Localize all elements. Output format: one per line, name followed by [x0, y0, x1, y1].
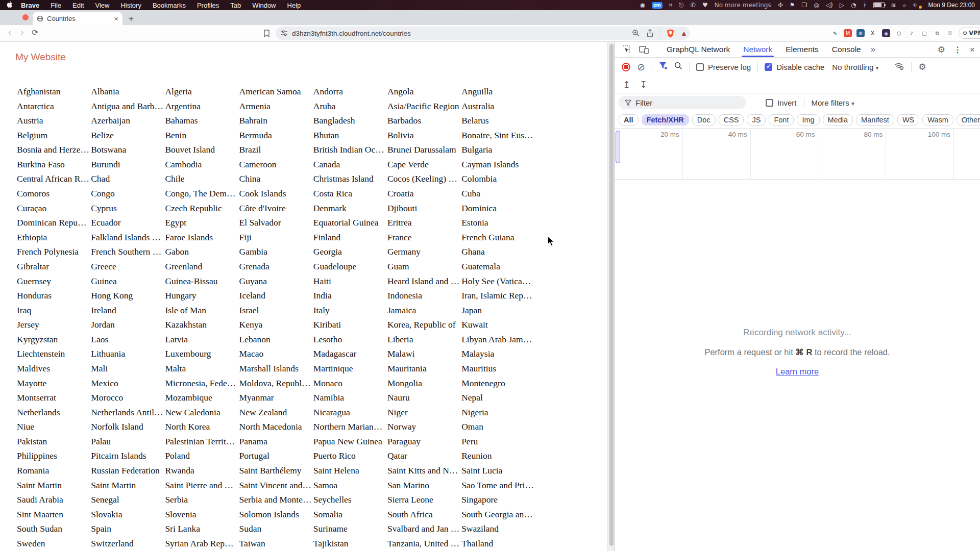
- devtools-settings-gear-icon[interactable]: ⚙: [938, 44, 945, 55]
- key-extension-icon[interactable]: ⚿: [946, 29, 954, 37]
- inspect-element-icon[interactable]: [622, 45, 631, 54]
- devtools-tab-network[interactable]: Network: [737, 42, 779, 57]
- page-scrollbar[interactable]: [609, 44, 614, 546]
- play-status-icon[interactable]: ▷: [840, 0, 844, 10]
- chip-js[interactable]: JS: [747, 114, 766, 126]
- zoom-app-icon[interactable]: zm: [652, 2, 663, 9]
- bluetooth-status-icon[interactable]: ᚼ: [863, 0, 866, 10]
- menu-brave[interactable]: Brave: [21, 2, 39, 9]
- disable-cache-label[interactable]: Disable cache: [776, 63, 824, 71]
- chip-css[interactable]: CSS: [719, 114, 744, 126]
- dark-extension-icon[interactable]: ◆: [882, 29, 890, 37]
- menu-window[interactable]: Window: [252, 2, 276, 9]
- copy-extension-icon[interactable]: ⧉: [933, 29, 941, 37]
- pencil-extension-icon[interactable]: ✎: [831, 29, 839, 37]
- devtools-tab-console[interactable]: Console: [825, 42, 868, 57]
- network-conditions-icon[interactable]: [894, 62, 904, 72]
- target-status-icon[interactable]: ◎: [814, 0, 819, 10]
- devtools-tab-elements[interactable]: Elements: [779, 42, 825, 57]
- heart-status-icon[interactable]: ♥: [702, 0, 708, 10]
- network-settings-gear-icon[interactable]: ⚙: [918, 62, 926, 72]
- wifi-status-icon[interactable]: ≋: [891, 0, 896, 10]
- x-extension-icon[interactable]: X.: [869, 29, 877, 37]
- chip-media[interactable]: Media: [823, 114, 853, 126]
- har-export-icon[interactable]: ↧: [640, 79, 647, 90]
- back-button[interactable]: ‹: [8, 27, 11, 38]
- browser-tab-countries[interactable]: Countries ×: [33, 12, 122, 25]
- network-overview-timeline[interactable]: 20 ms40 ms60 ms80 ms100 ms: [615, 129, 980, 180]
- chip-wasm[interactable]: Wasm: [922, 114, 953, 126]
- lock-status-icon[interactable]: ⎋: [679, 0, 684, 10]
- disable-cache-checkbox[interactable]: [765, 63, 772, 71]
- chip-font[interactable]: Font: [769, 114, 794, 126]
- person-status-icon[interactable]: ◔: [851, 0, 856, 10]
- menu-help[interactable]: Help: [287, 2, 301, 9]
- invert-checkbox[interactable]: [766, 99, 773, 107]
- brave-rewards-icon[interactable]: ▲: [680, 29, 688, 37]
- devtools-splitter[interactable]: [607, 42, 614, 551]
- snowflake-extension-icon[interactable]: ❄: [856, 29, 865, 37]
- keyboard-status-icon[interactable]: ⌗: [669, 0, 673, 10]
- menu-view[interactable]: View: [95, 2, 110, 9]
- filter-input[interactable]: Filter: [619, 96, 746, 109]
- chip-other[interactable]: Other: [957, 114, 980, 126]
- devtools-close-icon[interactable]: ×: [970, 45, 975, 55]
- music-extension-icon[interactable]: ♪: [908, 29, 916, 37]
- new-tab-button[interactable]: +: [129, 14, 134, 24]
- chip-all[interactable]: All: [619, 114, 639, 126]
- tiles-status-icon[interactable]: ❒: [802, 0, 807, 10]
- flag-status-icon[interactable]: ⚑: [790, 0, 795, 10]
- chip-fetch-xhr[interactable]: Fetch/XHR: [642, 114, 689, 126]
- invert-label[interactable]: Invert: [777, 98, 797, 107]
- zoom-page-icon[interactable]: [632, 29, 640, 37]
- traffic-light-close[interactable]: [22, 14, 29, 20]
- country-cell: Bhutan: [313, 128, 387, 143]
- menu-history[interactable]: History: [120, 2, 141, 9]
- record-status-icon[interactable]: ◉: [640, 0, 645, 10]
- chip-manifest[interactable]: Manifest: [856, 114, 894, 126]
- phone-status-icon[interactable]: ✆: [691, 0, 696, 10]
- url-text[interactable]: d3hzn3tyfnt3th.cloudfront.net/countries: [292, 30, 685, 37]
- menu-tab[interactable]: Tab: [230, 2, 241, 9]
- meeting-text[interactable]: No more meetings: [715, 0, 771, 10]
- fan-status-icon[interactable]: ✣: [778, 0, 783, 10]
- learn-more-link[interactable]: Learn more: [776, 367, 819, 376]
- forward-button[interactable]: ›: [20, 27, 23, 38]
- more-filters-dropdown[interactable]: More filters ▾: [812, 98, 854, 107]
- menu-profiles[interactable]: Profiles: [197, 2, 219, 9]
- tune-icon[interactable]: [281, 30, 288, 37]
- record-network-log-button[interactable]: [622, 63, 630, 71]
- mail-extension-icon[interactable]: M: [844, 29, 852, 37]
- search-network-icon[interactable]: [674, 62, 682, 72]
- more-tabs-icon[interactable]: »: [871, 44, 875, 55]
- share-icon[interactable]: [646, 29, 654, 37]
- battery-status-icon[interactable]: [873, 2, 885, 8]
- frame-extension-icon[interactable]: ▢: [920, 29, 928, 37]
- chip-ws[interactable]: WS: [897, 114, 919, 126]
- clear-network-log-icon[interactable]: ⊘: [637, 63, 645, 71]
- reload-button[interactable]: ⟳: [32, 28, 38, 37]
- menu-edit[interactable]: Edit: [72, 2, 84, 9]
- apple-menu-icon[interactable]: [7, 2, 14, 9]
- devtools-kebab-menu-icon[interactable]: ⋮: [953, 45, 962, 55]
- outline-extension-icon[interactable]: ⬡: [895, 29, 903, 37]
- vpn-button[interactable]: ⏻ VPN: [959, 28, 980, 39]
- bookmark-icon[interactable]: [263, 30, 270, 37]
- tab-close-icon[interactable]: ×: [114, 15, 118, 22]
- device-toolbar-icon[interactable]: [639, 45, 649, 54]
- url-bar[interactable]: d3hzn3tyfnt3th.cloudfront.net/countries: [276, 27, 690, 40]
- chip-img[interactable]: Img: [797, 114, 819, 126]
- preserve-log-checkbox[interactable]: [696, 63, 704, 71]
- brave-shield-icon[interactable]: [667, 29, 674, 38]
- chip-doc[interactable]: Doc: [692, 114, 716, 126]
- preserve-log-label[interactable]: Preserve log: [708, 63, 751, 71]
- menu-file[interactable]: File: [51, 2, 61, 9]
- throttling-select[interactable]: No throttling ▾: [832, 63, 878, 71]
- menu-bookmarks[interactable]: Bookmarks: [153, 2, 186, 9]
- devtools-tab-graphql-network[interactable]: GraphQL Network: [660, 42, 737, 57]
- har-import-icon[interactable]: ↥: [623, 79, 630, 90]
- profile-switcher-icon[interactable]: ⍟: [913, 0, 916, 10]
- volume-status-icon[interactable]: ◁): [826, 0, 833, 10]
- filter-toggle-icon[interactable]: [659, 62, 668, 72]
- spotlight-search-icon[interactable]: ⌕: [903, 0, 906, 10]
